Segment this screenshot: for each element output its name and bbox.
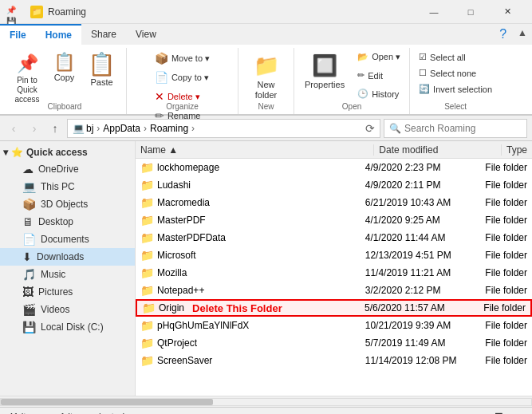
folder-icon: 📁: [142, 302, 156, 314]
pin-to-quick-access-button[interactable]: 📌 Pin to Quickaccess: [8, 49, 46, 102]
sidebar-item-pictures[interactable]: 🖼 Pictures: [0, 283, 135, 301]
copy-label: Copy: [54, 73, 75, 83]
quick-access-section[interactable]: ▾ ⭐ Quick access: [0, 144, 135, 160]
table-row[interactable]: 📁 MasterPDFData 4/1/2020 11:44 AM File f…: [136, 229, 532, 246]
cell-type: File folder: [480, 179, 532, 191]
new-folder-icon: 📁: [254, 53, 279, 78]
table-row[interactable]: 📁 QtProject 5/7/2019 11:49 AM File folde…: [136, 334, 532, 352]
help-button[interactable]: ?: [493, 24, 513, 45]
copy-icon: 📋: [53, 53, 75, 71]
sidebar-item-desktop[interactable]: 🖥 Desktop: [0, 213, 135, 231]
edit-button[interactable]: ✏ Edit: [353, 68, 404, 83]
folder-icon: 📁: [140, 337, 154, 349]
ribbon-group-new: 📁 Newfolder New: [238, 48, 294, 114]
up-button[interactable]: ↑: [46, 120, 64, 137]
forward-button[interactable]: ›: [26, 120, 43, 137]
history-button[interactable]: 🕒 History: [353, 86, 404, 101]
music-icon: 🎵: [22, 268, 36, 281]
new-folder-button[interactable]: 📁 Newfolder: [246, 49, 286, 102]
table-row[interactable]: 📁 Microsoft 12/13/2019 4:51 PM File fold…: [136, 246, 532, 264]
cell-name: 📁 Macromedia: [136, 196, 361, 209]
cell-date: 4/1/2020 11:44 AM: [361, 232, 481, 243]
col-header-name[interactable]: Name ▲: [136, 144, 374, 156]
file-list: Name ▲ Date modified Type 📁 lockhomepage…: [136, 141, 532, 396]
large-icons-view-button[interactable]: ⊞: [510, 410, 524, 415]
tab-home[interactable]: Home: [36, 24, 81, 45]
details-view-button[interactable]: ☰: [491, 410, 506, 415]
selected-count: 1 item selected: [60, 412, 124, 415]
sidebar-item-downloads[interactable]: ⬇ Downloads: [0, 248, 135, 266]
properties-button[interactable]: 🔲 Properties: [299, 49, 350, 102]
select-none-button[interactable]: ☐ Select none: [415, 65, 496, 81]
table-row[interactable]: 📁 Mozilla 11/4/2019 11:21 AM File folder: [136, 264, 532, 282]
move-to-button[interactable]: 📦 Move to ▾: [151, 49, 214, 67]
table-row-origin[interactable]: 📁 Origin Delete This Folder 5/6/2020 11:…: [136, 299, 532, 317]
address-bar: ‹ › ↑ 💻 bj › AppData › Roaming › ⟳ 🔍: [0, 116, 532, 141]
search-input[interactable]: [404, 123, 524, 134]
breadcrumb-bj: bj: [86, 123, 93, 134]
sidebar-item-this-pc[interactable]: 💻 This PC: [0, 178, 135, 195]
tab-share[interactable]: Share: [81, 24, 126, 45]
quick-access-toolbar[interactable]: 📌 💾 🔄 ▾: [6, 4, 22, 20]
sidebar-item-music[interactable]: 🎵 Music: [0, 266, 135, 283]
ribbon-tabs: File Home Share View ? ▲: [0, 24, 532, 45]
table-row[interactable]: 📁 MasterPDF 4/1/2020 9:25 AM File folder: [136, 211, 532, 229]
col-header-type[interactable]: Type: [502, 144, 532, 156]
maximize-button[interactable]: □: [452, 0, 489, 24]
cell-name: 📁 ScreenSaver: [136, 354, 361, 367]
select-all-button[interactable]: ☑ Select all: [415, 49, 496, 65]
file-list-header: Name ▲ Date modified Type: [136, 141, 532, 159]
select-group-label: Select: [410, 102, 501, 111]
close-button[interactable]: ✕: [489, 0, 526, 24]
pictures-label: Pictures: [38, 286, 73, 298]
invert-selection-button[interactable]: 🔄 Invert selection: [415, 81, 496, 97]
table-row[interactable]: 📁 pHqGhUmEaYlNlFdX 10/21/2019 9:39 AM Fi…: [136, 317, 532, 334]
desktop-icon: 🖥: [22, 215, 33, 228]
title-bar: 📌 💾 🔄 ▾ 📁 Roaming — □ ✕: [0, 0, 532, 24]
history-icon: 🕒: [357, 89, 368, 99]
table-row[interactable]: 📁 Ludashi 4/9/2020 2:11 PM File folder: [136, 176, 532, 194]
3d-objects-label: 3D Objects: [41, 199, 88, 210]
table-row[interactable]: 📁 Notepad++ 3/2/2020 2:12 PM File folder: [136, 282, 532, 299]
sidebar-item-local-disk[interactable]: 💾 Local Disk (C:): [0, 318, 135, 336]
new-folder-label: Newfolder: [255, 80, 278, 101]
delete-icon: ✕: [155, 90, 164, 103]
item-count: 41 items: [8, 412, 44, 415]
cell-name: 📁 MasterPDF: [136, 214, 361, 227]
table-row[interactable]: 📁 Macromedia 6/21/2019 10:43 AM File fol…: [136, 194, 532, 211]
sidebar-item-3d-objects[interactable]: 📦 3D Objects: [0, 195, 135, 213]
back-button[interactable]: ‹: [5, 120, 22, 137]
copy-to-button[interactable]: 📄 Copy to ▾: [151, 69, 214, 86]
cell-name: 📁 QtProject: [136, 337, 361, 349]
folder-icon: 📁: [140, 284, 154, 297]
cell-date: 4/1/2020 9:25 AM: [361, 215, 481, 226]
sidebar-item-documents[interactable]: 📄 Documents: [0, 231, 135, 248]
cell-type: File folder: [480, 337, 532, 349]
paste-label: Paste: [90, 77, 112, 88]
tab-file[interactable]: File: [0, 24, 36, 45]
table-row[interactable]: 📁 lockhomepage 4/9/2020 2:23 PM File fol…: [136, 159, 532, 176]
minimize-button[interactable]: —: [416, 0, 452, 24]
paste-button[interactable]: 📋 Paste: [82, 49, 121, 102]
ribbon: File Home Share View ? ▲ 📌 Pin to Quicka…: [0, 24, 532, 116]
select-all-icon: ☑: [419, 52, 427, 62]
ribbon-collapse-button[interactable]: ▲: [513, 24, 532, 45]
search-box[interactable]: 🔍: [384, 119, 527, 138]
cell-type: File folder: [480, 215, 532, 226]
sidebar-item-onedrive[interactable]: ☁ OneDrive: [0, 160, 135, 178]
col-header-date[interactable]: Date modified: [374, 144, 502, 156]
table-row[interactable]: 📁 ScreenSaver 11/14/2019 12:08 PM File f…: [136, 352, 532, 369]
move-icon: 📦: [155, 52, 168, 65]
this-pc-label: This PC: [41, 181, 75, 192]
tab-view[interactable]: View: [126, 24, 166, 45]
this-pc-icon: 💻: [22, 180, 36, 193]
delete-this-folder-label: Delete This Folder: [192, 302, 282, 314]
cell-date: 11/4/2019 11:21 AM: [361, 267, 481, 278]
copy-button[interactable]: 📋 Copy: [48, 49, 81, 102]
delete-label-btn: Delete ▾: [167, 92, 200, 102]
open-button[interactable]: 📂 Open ▾: [353, 49, 404, 65]
horizontal-scrollbar[interactable]: [0, 396, 532, 407]
onedrive-label: OneDrive: [38, 164, 79, 175]
downloads-label: Downloads: [37, 251, 84, 262]
sidebar-item-videos[interactable]: 🎬 Videos: [0, 301, 135, 318]
